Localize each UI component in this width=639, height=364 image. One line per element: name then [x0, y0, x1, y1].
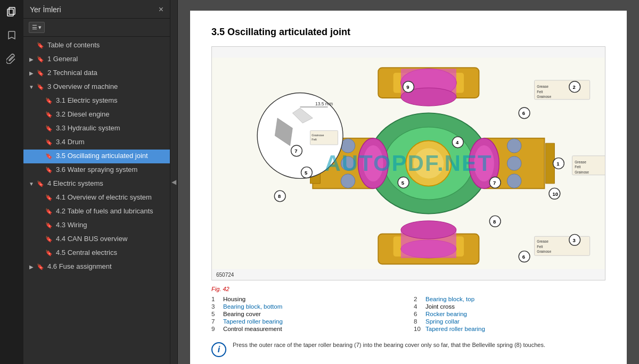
- legend-item: 9Control measurement: [211, 325, 403, 333]
- expand-wiring: [36, 221, 44, 229]
- sidebar-item-fuels[interactable]: 🔖 4.2 Table of fuels and lubricants: [23, 205, 170, 219]
- bookmark-icon-fuse: 🔖: [37, 263, 44, 270]
- sidebar-item-overview-elec[interactable]: 🔖 4.1 Overview of electric system: [23, 191, 170, 205]
- figure-caption-label: Fig.: [211, 286, 221, 292]
- svg-rect-1: [9, 7, 15, 14]
- expand-electric: [36, 97, 44, 104]
- svg-text:2: 2: [572, 84, 575, 90]
- bookmark-icon-techdata: 🔖: [37, 69, 44, 77]
- bookmark-icon-wiring: 🔖: [45, 221, 53, 229]
- sidebar-item-overview[interactable]: ▼ 🔖 3 Overview of machine: [23, 80, 170, 94]
- bookmark-icon-drum: 🔖: [45, 138, 53, 146]
- sidebar-item-hydraulic[interactable]: 🔖 3.3 Hydraulic system: [23, 122, 170, 136]
- sidebar-label-general: 1 General: [47, 55, 167, 64]
- svg-text:Grainose: Grainose: [575, 170, 589, 174]
- legend-item: 10Tapered roller bearing: [414, 325, 605, 333]
- sidebar-item-electric[interactable]: 🔖 3.1 Electric systems: [23, 94, 170, 108]
- sidebar-item-canbus[interactable]: 🔖 4.4 CAN BUS overview: [23, 233, 170, 246]
- svg-text:5: 5: [402, 180, 404, 186]
- copy-icon[interactable]: [4, 4, 19, 19]
- sidebar-label-fuels: 4.2 Table of fuels and lubricants: [56, 207, 167, 216]
- sidebar-item-drum[interactable]: 🔖 3.4 Drum: [23, 136, 170, 150]
- expand-fuels: [36, 208, 44, 215]
- svg-text:6: 6: [522, 254, 525, 260]
- bookmark-icon-canbus: 🔖: [45, 235, 53, 243]
- sidebar-label-canbus: 4.4 CAN BUS overview: [56, 235, 167, 244]
- sidebar-close-button[interactable]: ×: [159, 5, 163, 14]
- watermark: AUTOPDF.NET: [324, 151, 492, 176]
- sidebar-title: Yer İmleri: [30, 5, 61, 14]
- attachment-icon[interactable]: [4, 51, 19, 66]
- sidebar-label-electric: 3.1 Electric systems: [56, 96, 167, 105]
- bookmarks-tree: 🔖 Table of contents ▶ 🔖 1 General ▶ 🔖 2 …: [23, 37, 170, 276]
- legend-item: 6Rocker bearing: [414, 310, 605, 318]
- sidebar-item-electsys[interactable]: ▼ 🔖 4 Electric systems: [23, 177, 170, 191]
- expand-hydraulic: [36, 125, 44, 132]
- expand-canbus: [36, 235, 44, 243]
- info-text: Press the outer race of the taper roller…: [233, 341, 545, 349]
- svg-text:Grease: Grease: [537, 85, 548, 88]
- legend-item: 2Bearing block, top: [414, 295, 605, 303]
- bookmark-icon-central: 🔖: [45, 249, 53, 257]
- sidebar-header: Yer İmleri ×: [23, 0, 170, 19]
- expand-electsys: ▼: [28, 180, 35, 187]
- section-title: 3.5 Oscillating articulated joint: [211, 27, 605, 38]
- page-wrapper: 3.5 Oscillating articulated joint: [178, 0, 639, 364]
- svg-text:Felt: Felt: [537, 245, 543, 249]
- sidebar-label-techdata: 2 Technical data: [47, 69, 167, 78]
- sidebar-item-central[interactable]: 🔖 4.5 Central electrics: [23, 246, 170, 260]
- svg-text:10: 10: [553, 191, 559, 197]
- svg-text:8: 8: [493, 219, 496, 225]
- sidebar-label-water: 3.6 Water spraying system: [56, 166, 167, 175]
- svg-text:Felt: Felt: [537, 90, 543, 94]
- sidebar-label-overview-elec: 4.1 Overview of electric system: [56, 193, 167, 202]
- sidebar-toolbar: ☰ ▾: [23, 19, 170, 37]
- bookmark-icon-electric: 🔖: [45, 97, 53, 104]
- figure-caption: Fig. 42: [211, 286, 605, 292]
- sidebar-label-toc: Table of contents: [47, 41, 167, 50]
- sidebar-label-oscillating: 3.5 Oscillating articulated joint: [56, 152, 167, 161]
- expand-general: ▶: [28, 55, 35, 63]
- svg-text:3: 3: [572, 237, 575, 243]
- svg-text:9: 9: [406, 84, 409, 90]
- legend-item: 4Joint cross: [414, 303, 605, 310]
- sidebar-item-general[interactable]: ▶ 🔖 1 General: [23, 53, 170, 67]
- bookmark-icon-hydraulic: 🔖: [45, 125, 53, 132]
- sidebar-label-drum: 3.4 Drum: [56, 138, 167, 147]
- sidebar-menu-button[interactable]: ☰ ▾: [29, 22, 45, 33]
- expand-fuse: ▶: [28, 263, 35, 270]
- sidebar-collapse-handle[interactable]: ◀: [170, 0, 178, 364]
- svg-text:4: 4: [456, 139, 459, 145]
- bookmark-toolbar-icon[interactable]: [4, 28, 19, 43]
- expand-drum: [36, 138, 44, 146]
- bookmark-icon-water: 🔖: [45, 166, 53, 173]
- expand-central: [36, 249, 44, 257]
- expand-techdata: ▶: [28, 69, 35, 77]
- figure-container: Grease Felt Grainose Grease Felt Grainos…: [211, 46, 605, 280]
- svg-text:8: 8: [278, 193, 281, 199]
- document-page: 3.5 Oscillating articulated joint: [190, 11, 627, 364]
- sidebar-item-techdata[interactable]: ▶ 🔖 2 Technical data: [23, 67, 170, 80]
- expand-placeholder: [28, 42, 35, 49]
- figure-legend: 1Housing2Bearing block, top3Bearing bloc…: [211, 295, 605, 333]
- sidebar-item-fuse[interactable]: ▶ 🔖 4.6 Fuse assignment: [23, 260, 170, 274]
- svg-text:Grainose: Grainose: [537, 250, 551, 253]
- svg-text:6: 6: [522, 110, 525, 116]
- svg-text:Felt: Felt: [312, 138, 317, 141]
- sidebar-item-oscillating[interactable]: 🔖 3.5 Oscillating articulated joint: [23, 150, 170, 163]
- sidebar-item-toc[interactable]: 🔖 Table of contents: [23, 39, 170, 53]
- sidebar-item-diesel[interactable]: 🔖 3.2 Diesel engine: [23, 108, 170, 122]
- svg-text:Grease: Grease: [537, 239, 548, 243]
- sidebar-label-central: 4.5 Central electrics: [56, 249, 167, 258]
- legend-item: 8Spring collar: [414, 318, 605, 325]
- legend-item: 3Bearing block, bottom: [211, 303, 403, 310]
- bookmark-icon-oscillating: 🔖: [45, 152, 53, 160]
- sidebar-item-wiring[interactable]: 🔖 4.3 Wiring: [23, 219, 170, 233]
- svg-text:7: 7: [294, 148, 297, 154]
- expand-diesel: [36, 111, 44, 118]
- svg-point-23: [507, 156, 521, 170]
- sidebar-label-hydraulic: 3.3 Hydraulic system: [56, 124, 167, 133]
- sidebar-item-water[interactable]: 🔖 3.6 Water spraying system: [23, 163, 170, 177]
- svg-text:Grainose: Grainose: [312, 134, 324, 137]
- svg-text:7: 7: [493, 180, 496, 186]
